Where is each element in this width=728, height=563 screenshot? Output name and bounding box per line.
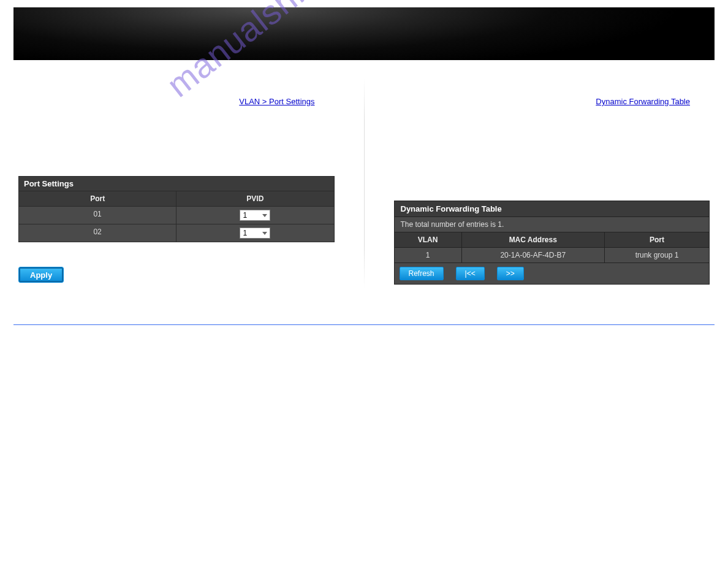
- port-label: 01: [19, 207, 176, 224]
- pvid-select-02[interactable]: 1: [240, 228, 270, 239]
- port-label: 02: [19, 224, 176, 242]
- apply-button-wrap: Apply: [13, 242, 339, 288]
- port-settings-header-port: Port: [19, 191, 176, 206]
- column-left: VLAN > Port Settings Port Settings Port …: [13, 79, 339, 288]
- dft-header-vlan: VLAN: [395, 232, 462, 247]
- chevron-down-icon: [262, 214, 267, 217]
- right-title-row: Dynamic Forwarding Table: [389, 97, 715, 106]
- dynamic-forwarding-table: Dynamic Forwarding Table The total numbe…: [394, 201, 710, 285]
- port-settings-title: Port Settings: [19, 177, 334, 191]
- page-body: VLAN > Port Settings Port Settings Port …: [0, 60, 728, 294]
- refresh-button[interactable]: Refresh: [400, 267, 444, 280]
- pvid-cell: 1: [176, 224, 333, 242]
- pvid-select-01[interactable]: 1: [240, 210, 270, 221]
- dft-title: Dynamic Forwarding Table: [395, 201, 710, 216]
- page-next-button[interactable]: >>: [497, 267, 524, 280]
- dft-data-row: 1 20-1A-06-AF-4D-B7 trunk group 1: [395, 247, 710, 262]
- port-settings-header-row: Port PVID: [19, 191, 334, 206]
- pvid-select-value: 1: [243, 229, 247, 237]
- dft-cell-port: trunk group 1: [605, 248, 709, 262]
- apply-button[interactable]: Apply: [18, 267, 64, 283]
- link-vlan-port-settings[interactable]: VLAN > Port Settings: [239, 97, 314, 106]
- dft-header-mac: MAC Address: [462, 232, 605, 247]
- port-settings-table: Port Settings Port PVID 01 1 02 1: [18, 176, 335, 242]
- pvid-cell: 1: [176, 207, 333, 224]
- pvid-select-value: 1: [243, 211, 247, 220]
- column-right: Dynamic Forwarding Table Dynamic Forward…: [389, 79, 715, 288]
- dft-cell-mac: 20-1A-06-AF-4D-B7: [462, 248, 605, 262]
- dft-entries-count: The total number of entries is 1.: [395, 216, 710, 232]
- footer-rule: [13, 324, 715, 326]
- dft-button-row: Refresh |<< >>: [395, 262, 710, 284]
- left-title-row: VLAN > Port Settings: [13, 97, 339, 106]
- header-banner: [13, 7, 715, 60]
- dft-header-port: Port: [605, 232, 709, 247]
- column-divider: [364, 79, 365, 288]
- chevron-down-icon: [262, 232, 267, 235]
- port-settings-header-pvid: PVID: [176, 191, 333, 206]
- port-settings-row: 02 1: [19, 224, 334, 242]
- dft-cell-vlan: 1: [395, 248, 462, 262]
- page-first-button[interactable]: |<<: [456, 267, 485, 280]
- dft-header-row: VLAN MAC Address Port: [395, 232, 710, 247]
- port-settings-row: 01 1: [19, 206, 334, 224]
- link-dynamic-forwarding-table[interactable]: Dynamic Forwarding Table: [596, 97, 690, 106]
